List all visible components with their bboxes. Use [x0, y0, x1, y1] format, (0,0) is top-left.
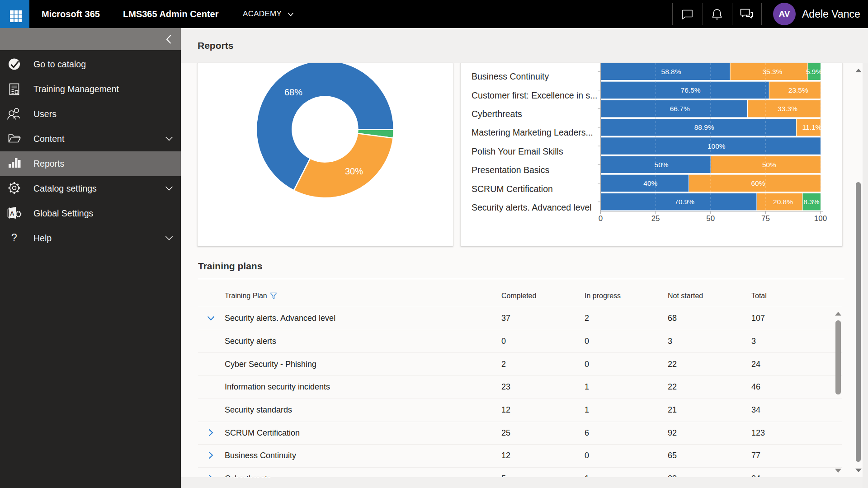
svg-text:Business Continuity: Business Continuity	[472, 71, 549, 81]
svg-text:23.5%: 23.5%	[788, 86, 808, 94]
svg-text:?: ?	[11, 232, 17, 244]
svg-text:35.3%: 35.3%	[762, 68, 782, 75]
svg-text:SCRUM Certification: SCRUM Certification	[472, 184, 553, 194]
svg-text:58.8%: 58.8%	[661, 68, 681, 75]
svg-text:Polish Your Email Skills: Polish Your Email Skills	[472, 146, 563, 156]
svg-text:70.9%: 70.9%	[675, 198, 694, 206]
svg-text:11.1%: 11.1%	[802, 123, 822, 131]
svg-text:25: 25	[651, 214, 660, 223]
svg-text:50%: 50%	[655, 161, 669, 169]
svg-text:88.9%: 88.9%	[694, 123, 714, 131]
svg-text:30%: 30%	[345, 166, 363, 176]
svg-text:Cyberthreats: Cyberthreats	[472, 109, 522, 119]
svg-text:76.5%: 76.5%	[681, 86, 701, 94]
svg-text:75: 75	[761, 214, 770, 223]
svg-text:Customer first: Excellence in: Customer first: Excellence in s...	[472, 90, 598, 100]
svg-text:A: A	[10, 210, 14, 217]
svg-text:100: 100	[814, 214, 827, 223]
svg-text:Presentation Basics: Presentation Basics	[472, 165, 550, 175]
svg-text:Security alerts. Advanced leve: Security alerts. Advanced level	[472, 202, 592, 212]
svg-text:50%: 50%	[762, 161, 776, 169]
svg-text:40%: 40%	[643, 179, 657, 187]
svg-text:33.3%: 33.3%	[778, 105, 797, 113]
svg-text:50: 50	[706, 214, 715, 223]
svg-text:Mastering Marketing Leaders...: Mastering Marketing Leaders...	[472, 127, 593, 137]
svg-text:60%: 60%	[751, 179, 765, 187]
svg-text:66.7%: 66.7%	[670, 105, 690, 113]
svg-text:100%: 100%	[708, 142, 726, 150]
svg-text:8.3%: 8.3%	[803, 198, 820, 206]
svg-text:20.8%: 20.8%	[773, 198, 793, 206]
svg-text:5.9%: 5.9%	[806, 68, 822, 75]
svg-text:0: 0	[599, 214, 603, 223]
svg-text:68%: 68%	[284, 87, 302, 97]
